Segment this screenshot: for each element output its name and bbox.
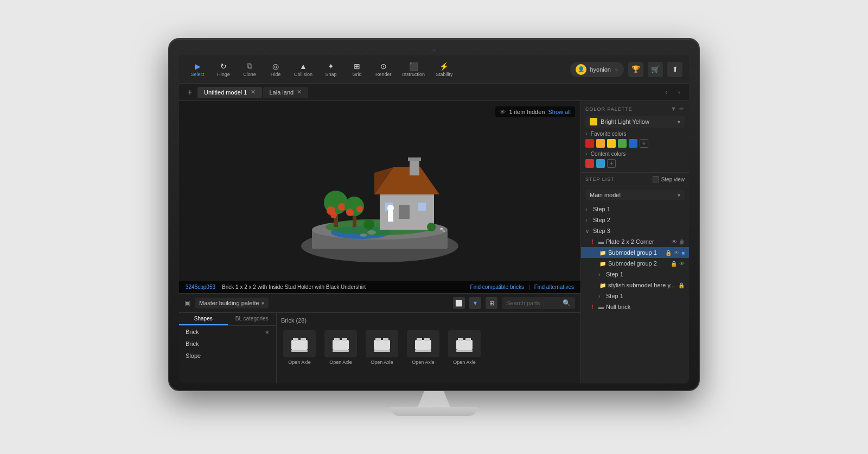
brick-preview-1 xyxy=(324,330,357,357)
step-item-plate[interactable]: ! ▬ Plate 2 x 2 Corner 👁 🗑 xyxy=(581,236,689,247)
stylish-lock-icon[interactable]: 🔒 xyxy=(678,282,685,288)
brick-label-3: Open Axle xyxy=(412,360,435,365)
stability-label: Stability xyxy=(436,72,453,77)
search-icon: 🔍 xyxy=(563,299,571,307)
toolbar-select[interactable]: ▶ Select xyxy=(186,60,209,79)
step-item-substep1b[interactable]: › Step 1 xyxy=(581,291,689,301)
stylish-label: stylish submodel here y... xyxy=(608,282,676,288)
step-item-submodel2[interactable]: 📁 Submodel group 2 🔒 👁 xyxy=(581,258,689,269)
submodel1-lock-icon[interactable]: 🔒 xyxy=(665,250,672,256)
filter-icon[interactable]: ▼ xyxy=(671,105,677,112)
step-item-stylish[interactable]: 📁 stylish submodel here y... 🔒 xyxy=(581,280,689,291)
tab-lala[interactable]: Lala land ✕ xyxy=(263,87,309,98)
step-model-select[interactable]: Main model ▾ xyxy=(585,190,685,200)
toolbar-render[interactable]: ⊙ Render xyxy=(371,60,396,79)
viewport-info-bar: 3245cbp053 Brick 1 x 2 x 2 with Inside S… xyxy=(179,281,580,293)
view-list-button[interactable]: ⊞ xyxy=(486,297,497,309)
cat-brick-2[interactable]: Brick xyxy=(179,338,276,350)
user-badge[interactable]: 👤 hyonion ⬁ xyxy=(570,62,624,77)
brick-label-0: Open Axle xyxy=(288,360,311,365)
svg-rect-34 xyxy=(333,340,349,350)
edit-icon[interactable]: ✏ xyxy=(679,105,685,112)
toolbar-grid[interactable]: ⊞ Grid xyxy=(345,60,369,79)
content-color-1[interactable] xyxy=(596,159,605,168)
step-view-toggle[interactable]: Step view xyxy=(653,176,685,182)
step-view-checkbox[interactable] xyxy=(653,176,659,182)
step-item-submodel1[interactable]: 📁 Submodel group 1 🔒 👁 ■ xyxy=(581,247,689,258)
cat-brick-1[interactable]: Brick ★ xyxy=(179,326,276,338)
find-compatible-link[interactable]: Find compatible bricks xyxy=(470,284,524,290)
color-selector[interactable]: Bright Light Yellow ▾ xyxy=(585,116,685,128)
svg-rect-14 xyxy=(388,211,393,222)
brick-1[interactable]: Open Axle xyxy=(322,328,359,367)
tab-next-button[interactable]: › xyxy=(674,87,685,98)
view-grid-button[interactable]: ⬜ xyxy=(453,297,465,309)
content-color-0[interactable] xyxy=(585,159,594,168)
tab-untitled-close[interactable]: ✕ xyxy=(251,89,256,95)
step-item-step3[interactable]: ∨ Step 3 xyxy=(581,225,689,236)
brick-preview-4 xyxy=(448,330,481,357)
monitor-wrapper: ▶ Select ↻ Hinge ⧉ Clone ◎ Hide xyxy=(168,38,700,416)
fav-color-1[interactable] xyxy=(596,139,605,148)
submodel2-lock-icon[interactable]: 🔒 xyxy=(671,261,677,267)
submodel2-eye-icon[interactable]: 👁 xyxy=(679,261,685,267)
toolbar-snap[interactable]: ✦ Snap xyxy=(319,60,343,79)
lego-model-container: ↖ xyxy=(179,101,580,293)
toolbar-collision[interactable]: ▲ Collision xyxy=(290,60,317,79)
tab-prev-button[interactable]: ‹ xyxy=(661,87,672,98)
cart-button[interactable]: 🛒 xyxy=(648,62,663,77)
svg-point-23 xyxy=(346,209,354,216)
tab-shapes[interactable]: Shapes xyxy=(179,313,228,325)
svg-rect-44 xyxy=(424,338,430,341)
parts-search[interactable]: 🔍 xyxy=(502,297,575,309)
filter-button[interactable]: ▼ xyxy=(469,297,481,309)
search-input[interactable] xyxy=(506,300,560,306)
plate-icons: 👁 🗑 xyxy=(672,239,685,245)
screen-bezel: ▶ Select ↻ Hinge ⧉ Clone ◎ Hide xyxy=(179,55,689,383)
tab-bl-categories[interactable]: BL categories xyxy=(228,313,277,325)
fav-color-4[interactable] xyxy=(629,139,637,148)
submodel1-eye-icon[interactable]: 👁 xyxy=(674,250,679,256)
add-content-color-button[interactable]: + xyxy=(607,159,616,168)
brick-2[interactable]: Open Axle xyxy=(363,328,400,367)
tab-untitled[interactable]: Untitled model 1 ✕ xyxy=(197,87,262,98)
step-item-nullbrick[interactable]: ! ▬ Null brick xyxy=(581,301,689,312)
toolbar-hinge[interactable]: ↻ Hinge xyxy=(212,60,235,79)
viewport[interactable]: 👁 1 item hidden Show all xyxy=(179,101,580,293)
fav-color-2[interactable] xyxy=(607,139,616,148)
plate-eye-icon[interactable]: 👁 xyxy=(672,239,677,245)
submodel1-color-icon: ■ xyxy=(681,250,685,256)
brick-3[interactable]: Open Axle xyxy=(405,328,442,367)
palette-selector[interactable]: Master building palette ▾ xyxy=(195,298,269,308)
find-alternatives-link[interactable]: Find alternatives xyxy=(534,284,574,290)
step-item-step1[interactable]: › Step 1 xyxy=(581,204,689,215)
brick-4[interactable]: Open Axle xyxy=(446,328,483,367)
svg-rect-42 xyxy=(415,340,431,350)
color-palette-title: COLOR PALETTE ▼ ✏ xyxy=(585,105,685,112)
brick-0[interactable]: Open Axle xyxy=(281,328,318,367)
plate-delete-icon[interactable]: 🗑 xyxy=(679,239,685,245)
parts-grid: Brick (28) xyxy=(277,313,580,383)
show-all-button[interactable]: Show all xyxy=(548,109,571,115)
svg-rect-41 xyxy=(374,350,390,352)
svg-rect-45 xyxy=(415,350,431,352)
toolbar-instruction[interactable]: ⬛ Instruction xyxy=(398,60,430,79)
step-item-step2[interactable]: › Step 2 xyxy=(581,215,689,225)
tab-add-button[interactable]: + xyxy=(183,86,196,99)
toolbar-clone[interactable]: ⧉ Clone xyxy=(238,59,261,79)
svg-rect-37 xyxy=(333,350,349,352)
toolbar-hide[interactable]: ◎ Hide xyxy=(264,60,288,79)
tab-area: + Untitled model 1 ✕ Lala land ✕ ‹ xyxy=(179,84,689,101)
step-item-substep1[interactable]: › Step 1 xyxy=(581,269,689,280)
svg-rect-10 xyxy=(408,157,421,161)
submodel2-icons: 🔒 👁 xyxy=(671,261,685,267)
tab-lala-close[interactable]: ✕ xyxy=(297,89,302,95)
toolbar-stability[interactable]: ⚡ Stability xyxy=(431,60,457,79)
fav-color-0[interactable] xyxy=(585,139,594,148)
upload-button[interactable]: ⬆ xyxy=(667,62,682,77)
fav-color-3[interactable] xyxy=(618,139,627,148)
part-links: Find compatible bricks | Find alternativ… xyxy=(470,284,574,290)
trophy-button[interactable]: 🏆 xyxy=(628,62,643,77)
add-favorite-color-button[interactable]: + xyxy=(640,139,648,148)
cat-slope[interactable]: Slope xyxy=(179,350,276,362)
